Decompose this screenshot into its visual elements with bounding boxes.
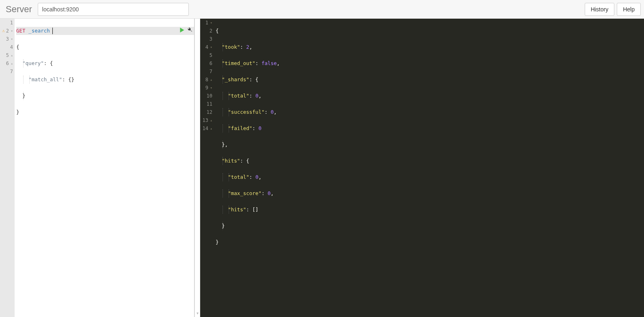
server-label: Server (3, 4, 38, 15)
response-gutter: 1▾ 2 3 4▾ 5 6 7 8▴ 9▾ 10 11 12 13▴ 14▴ (200, 19, 214, 317)
request-code[interactable]: GET _search { "query": { "match_all": {}… (15, 19, 194, 317)
request-editor[interactable]: 1 ⚠2▾ 3▾ 4 5▴ 6▴ 7 GET _search { "query"… (0, 19, 194, 317)
help-button[interactable]: Help (617, 3, 641, 16)
request-gutter: 1 ⚠2▾ 3▾ 4 5▴ 6▴ 7 (0, 19, 15, 317)
response-code: { "took": 2, "timed_out": false, "_shard… (214, 19, 644, 317)
request-path: _search (28, 28, 50, 34)
pane-divider[interactable]: ▾ (194, 19, 200, 317)
server-input[interactable] (38, 3, 189, 16)
main: 1 ⚠2▾ 3▾ 4 5▴ 6▴ 7 GET _search { "query"… (0, 19, 644, 317)
history-button[interactable]: History (585, 3, 615, 16)
wrench-icon[interactable] (187, 27, 192, 35)
chevron-down-icon: ▾ (197, 311, 199, 315)
response-viewer[interactable]: 1▾ 2 3 4▾ 5 6 7 8▴ 9▾ 10 11 12 13▴ 14▴ {… (200, 19, 644, 317)
warning-icon: ⚠ (2, 27, 5, 35)
play-icon[interactable] (180, 27, 184, 35)
request-method: GET (16, 28, 26, 34)
topbar: Server History Help (0, 0, 644, 19)
